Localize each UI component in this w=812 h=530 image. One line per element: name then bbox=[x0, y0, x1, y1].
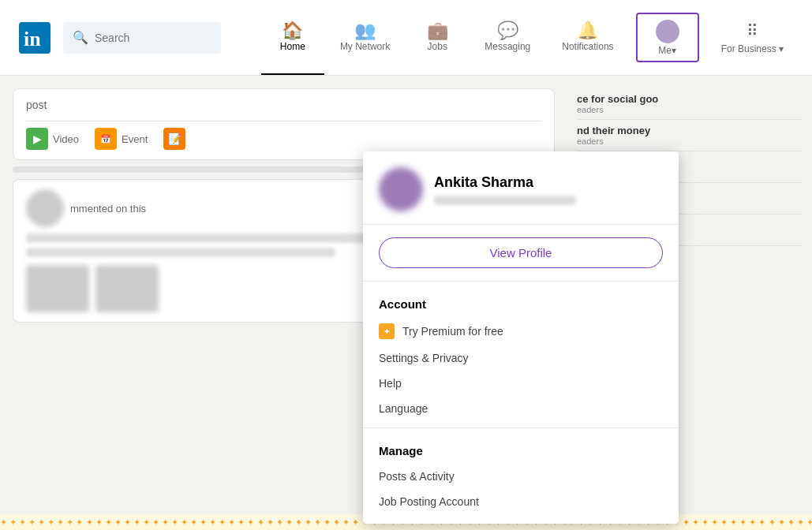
commented-label: mmented on this bbox=[70, 203, 146, 215]
nav-label-messaging: Messaging bbox=[485, 41, 530, 52]
settings-label: Settings & Privacy bbox=[379, 352, 469, 364]
event-icon: 📅 bbox=[95, 128, 117, 150]
me-avatar bbox=[656, 20, 679, 43]
notifications-icon: 🔔 bbox=[577, 22, 598, 39]
home-icon: 🏠 bbox=[282, 22, 303, 39]
dropdown-user-subtitle bbox=[434, 196, 576, 205]
nav-item-notifications[interactable]: 🔔 Notifications bbox=[546, 0, 629, 75]
dropdown-avatar bbox=[379, 167, 423, 211]
nav-item-jobs[interactable]: 💼 Jobs bbox=[406, 0, 469, 75]
language-item[interactable]: Language bbox=[363, 396, 679, 421]
account-section-title: Account bbox=[363, 288, 679, 317]
post-label: post bbox=[26, 99, 541, 111]
me-dropdown-menu: Ankita Sharma View Profile Account ✦ Try… bbox=[363, 151, 679, 524]
help-label: Help bbox=[379, 377, 402, 390]
svg-text:in: in bbox=[24, 28, 41, 50]
event-label: Event bbox=[122, 133, 148, 145]
nav-label-jobs: Jobs bbox=[428, 41, 447, 52]
search-box[interactable]: 🔍 bbox=[63, 22, 221, 54]
dropdown-divider-2 bbox=[363, 427, 679, 428]
video-button[interactable]: ▶ Video bbox=[26, 128, 79, 150]
blurred-image-1 bbox=[26, 265, 89, 312]
nav-item-messaging[interactable]: 💬 Messaging bbox=[469, 0, 546, 75]
news-meta-1: eaders bbox=[577, 136, 803, 146]
dropdown-user-name: Ankita Sharma bbox=[434, 174, 663, 191]
commenter-avatar bbox=[26, 189, 64, 227]
blurred-content-2 bbox=[26, 248, 335, 257]
nav-item-for-business[interactable]: ⠿ For Business ▾ bbox=[705, 0, 799, 75]
nav-items: 🏠 Home 👥 My Network 💼 Jobs 💬 Messaging 🔔… bbox=[261, 0, 799, 75]
logo[interactable]: in bbox=[13, 0, 57, 75]
video-icon: ▶ bbox=[26, 128, 48, 150]
news-meta-0: eaders bbox=[577, 105, 803, 114]
manage-section-title: Manage bbox=[363, 435, 679, 464]
premium-icon: ✦ bbox=[379, 323, 395, 339]
navbar: in 🔍 🏠 Home 👥 My Network 💼 Jobs 💬 Messag… bbox=[0, 0, 812, 76]
posts-activity-label: Posts & Activity bbox=[379, 470, 455, 483]
help-item[interactable]: Help bbox=[363, 371, 679, 396]
news-item-0[interactable]: ce for social goo eaders bbox=[577, 88, 803, 120]
dropdown-divider-1 bbox=[363, 281, 679, 282]
try-premium-item[interactable]: ✦ Try Premium for free bbox=[363, 317, 679, 345]
settings-privacy-item[interactable]: Settings & Privacy bbox=[363, 345, 679, 371]
nav-label-home: Home bbox=[280, 41, 305, 52]
article-button[interactable]: 📝 bbox=[163, 128, 185, 150]
language-label: Language bbox=[379, 402, 428, 415]
nav-item-home[interactable]: 🏠 Home bbox=[261, 0, 324, 75]
job-posting-item[interactable]: Job Posting Account bbox=[363, 489, 679, 514]
nav-item-my-network[interactable]: 👥 My Network bbox=[324, 0, 406, 75]
view-profile-button[interactable]: View Profile bbox=[379, 237, 663, 268]
main-area: post ▶ Video 📅 Event 📝 bbox=[0, 76, 812, 530]
news-title-1: nd their money bbox=[577, 125, 803, 136]
for-business-label: For Business ▾ bbox=[721, 43, 784, 54]
article-icon: 📝 bbox=[163, 128, 185, 150]
news-title-0: ce for social goo bbox=[577, 93, 803, 105]
search-icon: 🔍 bbox=[73, 30, 88, 45]
event-button[interactable]: 📅 Event bbox=[95, 128, 148, 150]
dropdown-header: Ankita Sharma bbox=[363, 151, 679, 225]
my-network-icon: 👥 bbox=[354, 22, 376, 39]
dropdown-user-info: Ankita Sharma bbox=[434, 174, 663, 205]
post-box: post ▶ Video 📅 Event 📝 bbox=[13, 88, 555, 160]
nav-label-my-network: My Network bbox=[340, 41, 390, 52]
search-input[interactable] bbox=[95, 32, 205, 44]
posts-activity-item[interactable]: Posts & Activity bbox=[363, 464, 679, 489]
try-premium-label: Try Premium for free bbox=[402, 325, 503, 338]
grid-icon: ⠿ bbox=[747, 21, 758, 40]
blurred-image-2 bbox=[95, 265, 159, 312]
news-item-1[interactable]: nd their money eaders bbox=[577, 120, 803, 151]
messaging-icon: 💬 bbox=[497, 22, 518, 39]
me-label: Me▾ bbox=[658, 45, 676, 56]
nav-item-me[interactable]: Me▾ bbox=[636, 13, 699, 62]
job-posting-label: Job Posting Account bbox=[379, 495, 479, 508]
nav-label-notifications: Notifications bbox=[562, 41, 613, 52]
video-label: Video bbox=[53, 133, 79, 145]
jobs-icon: 💼 bbox=[427, 22, 448, 39]
post-actions: ▶ Video 📅 Event 📝 bbox=[26, 128, 541, 150]
